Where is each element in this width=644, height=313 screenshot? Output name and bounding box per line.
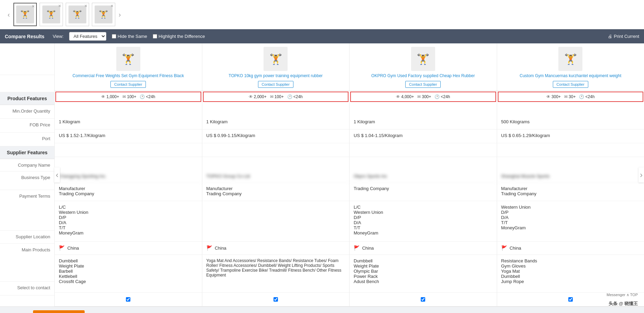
messages-count-3: 300+ <box>422 94 431 99</box>
select-cb-4[interactable] <box>568 297 573 302</box>
label-min-order: Min.Order Quantity <box>0 105 54 119</box>
contact-supplier-btn-3[interactable]: Contact Supplier <box>405 81 441 88</box>
payment-terms-4: Western Union D/P D/A T/T MoneyGram <box>497 201 644 242</box>
views-count-2: 2,000+ <box>254 94 267 99</box>
min-order-3: 1 Kilogram <box>350 116 497 129</box>
business-type-2: Manufacturer Trading Company <box>202 182 350 201</box>
contact-supplier-btn-1[interactable]: Contact Supplier <box>110 81 146 88</box>
thumb-item-2[interactable]: ✕ 🏋️ <box>40 3 63 26</box>
response-stat-1: 🕐 <24h <box>140 94 155 99</box>
business-type-4: Manufacturer Trading Company <box>497 182 644 201</box>
eye-icon-2: 👁 <box>249 94 253 99</box>
hide-same-checkbox[interactable] <box>112 34 116 39</box>
product-title-1[interactable]: Commercial Free Weights Set Gym Equipmen… <box>58 73 198 79</box>
thumbnail-nav: ‹ ✕ 🏋️ ✕ 🏋️ ✕ 🏋️ ✕ 🏋️ › <box>0 0 644 29</box>
label-main-products: Main Products <box>0 244 54 282</box>
select-contact-4[interactable] <box>497 293 644 306</box>
response-stat-4: 🕐 <24h <box>579 94 594 99</box>
response-stat-3: 🕐 <24h <box>434 94 450 99</box>
payment-terms-1: L/C Western Union D/P D/A T/T MoneyGram <box>55 201 202 242</box>
stats-row-2: 👁 2,000+ ✉ 100+ 🕐 <24h <box>203 92 349 102</box>
contact-supplier-btn-2[interactable]: Contact Supplier <box>258 81 293 88</box>
bottom-bar: Select All ✉ Contact Supplier <box>0 306 644 313</box>
product-header-1: 🏋️ Commercial Free Weights Set Gym Equip… <box>55 43 202 91</box>
select-cb-2[interactable] <box>273 297 278 302</box>
messages-stat-2: ✉ 100+ <box>270 94 284 99</box>
label-select-contact: Select to contact <box>0 282 54 295</box>
eye-icon-3: 👁 <box>396 94 400 99</box>
views-stat-3: 👁 4,000+ <box>396 94 414 99</box>
thumb-item-3[interactable]: ✕ 🏋️ <box>66 3 89 26</box>
thumb-nav-left-arrow[interactable]: ‹ <box>4 11 13 19</box>
thumb-close-1[interactable]: ✕ <box>32 4 35 9</box>
label-business-type: Business Type <box>0 171 54 190</box>
location-3: 🚩 China <box>350 242 497 255</box>
contact-all-button[interactable]: ✉ Contact Supplier <box>33 310 84 313</box>
thumb-close-2[interactable]: ✕ <box>58 4 61 8</box>
min-order-2: 1 Kilogram <box>202 116 350 129</box>
highlight-diff-checkbox[interactable] <box>153 34 157 39</box>
product-header-3: 🏋️ OKPRO Gym Used Factory supplied Cheap… <box>350 43 497 91</box>
label-payment-terms: Payment Terms <box>0 190 54 231</box>
select-contact-3[interactable] <box>350 293 497 306</box>
response-time-3: <24h <box>441 94 450 99</box>
flag-icon-1: 🚩 <box>59 245 65 251</box>
product-col-2: 🏋️ TOPKO 10kg gym power training equipme… <box>202 43 350 306</box>
location-1: 🚩 China <box>55 242 202 255</box>
payment-terms-3: L/C Western Union D/P D/A T/T MoneyGram <box>350 201 497 242</box>
view-label: View: <box>53 34 64 39</box>
flag-icon-2: 🚩 <box>206 245 212 251</box>
message-icon-1: ✉ <box>122 94 126 99</box>
thumb-item-1[interactable]: ✕ 🏋️ <box>13 3 37 26</box>
label-supplier-location: Supplier Location <box>0 231 54 244</box>
messages-stat-4: ✉ 30+ <box>564 94 576 99</box>
fob-price-1: US $ 1.52-1.7/Kilogram <box>55 129 202 143</box>
view-select[interactable]: All Features <box>69 32 106 41</box>
thumb-img-3: 🏋️ <box>68 6 86 23</box>
product-title-3[interactable]: OKPRO Gym Used Factory supplied Cheap He… <box>353 73 493 79</box>
port-3 <box>350 143 497 157</box>
select-cb-3[interactable] <box>421 297 425 302</box>
contact-supplier-btn-4[interactable]: Contact Supplier <box>553 81 588 88</box>
main-products-1: Dumbbell Weight Plate Barbell Kettlebell… <box>55 255 202 293</box>
highlight-diff-checkbox-label[interactable]: Highlight the Difference <box>153 34 205 39</box>
min-order-4: 500 Kilograms <box>497 116 644 129</box>
supplier-features-label: Supplier Features <box>7 150 47 155</box>
views-count-1: 1,000+ <box>106 94 119 99</box>
clock-icon-1: 🕐 <box>140 94 145 99</box>
business-type-1: Manufacturer Trading Company <box>55 182 202 201</box>
products-area: 🏋️ Commercial Free Weights Set Gym Equip… <box>54 43 644 306</box>
main-products-3: Dumbbell Weight Plate Olympic Bar Power … <box>350 255 497 293</box>
messages-count-1: 100+ <box>127 94 136 99</box>
label-spacer-stats <box>0 75 54 92</box>
eye-icon-4: 👁 <box>546 94 550 99</box>
location-2: 🚩 China <box>202 242 350 255</box>
product-features-label: Product Features <box>7 96 47 101</box>
product-col-4: 🏋️ Custom Gym Mancuernas kurzhantel equi… <box>497 43 644 306</box>
product-header-4: 🏋️ Custom Gym Mancuernas kurzhantel equi… <box>497 43 644 91</box>
select-cb-1[interactable] <box>126 297 130 302</box>
label-spacer-header <box>0 43 54 75</box>
product-title-2[interactable]: TOPKO 10kg gym power training equipment … <box>206 73 346 79</box>
port-2 <box>202 143 350 157</box>
company-name-2: TOPKO Group Co Ltd <box>202 170 350 182</box>
compare-table: ‹ Product Features Min.Order Quantity FO… <box>0 43 644 306</box>
compare-nav-right[interactable]: › <box>638 167 644 182</box>
thumb-close-4[interactable]: ✕ <box>110 4 114 8</box>
compare-nav-left[interactable]: ‹ <box>54 167 60 182</box>
thumb-close-3[interactable]: ✕ <box>84 4 87 8</box>
message-icon-4: ✉ <box>564 94 568 99</box>
stats-row-1: 👁 1,000+ ✉ 100+ 🕐 <24h <box>55 92 201 102</box>
business-type-3: Trading Company <box>350 182 497 201</box>
select-contact-2[interactable] <box>202 293 350 306</box>
product-title-4[interactable]: Custom Gym Mancuernas kurzhantel equipme… <box>501 73 641 79</box>
print-button[interactable]: 🖨 Print Current <box>608 34 639 39</box>
hide-same-checkbox-label[interactable]: Hide the Same <box>112 34 147 39</box>
response-time-2: <24h <box>293 94 303 99</box>
main-products-4: Resistance Bands Gym Gloves Yoga Mat Dum… <box>497 255 644 293</box>
hide-same-label: Hide the Same <box>118 34 147 39</box>
thumb-nav-right-arrow[interactable]: › <box>115 11 125 19</box>
thumb-item-4[interactable]: ✕ 🏋️ <box>92 3 115 26</box>
print-icon: 🖨 <box>608 34 612 39</box>
select-contact-1[interactable] <box>55 293 202 306</box>
